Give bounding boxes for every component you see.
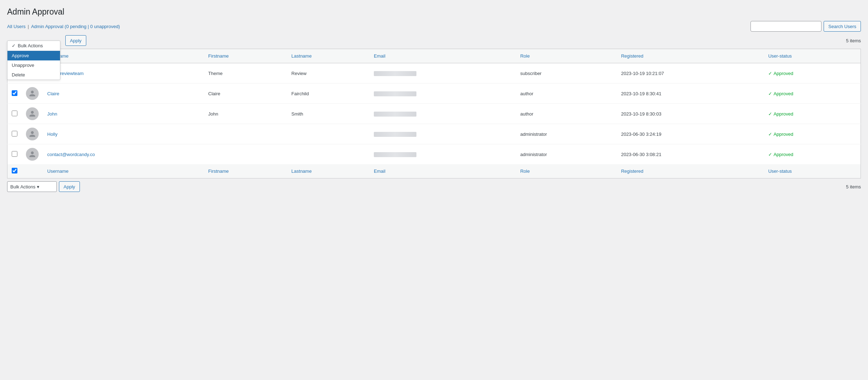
email-blurred: [374, 91, 416, 96]
footer-lastname[interactable]: Lastname: [287, 164, 370, 178]
bottom-apply-button[interactable]: Apply: [59, 181, 80, 192]
table-header-row: Username Firstname Lastname Email Role R…: [7, 49, 861, 63]
row-registered-cell: 2023-06-30 3:08:21: [617, 144, 764, 165]
dropdown-item-unapprove[interactable]: Unapprove: [7, 60, 60, 70]
row-role-cell: administrator: [516, 144, 617, 165]
row-avatar-cell: [22, 124, 43, 144]
row-firstname-cell: Claire: [204, 84, 287, 104]
row-firstname-cell: Theme: [204, 63, 287, 84]
bottom-dropdown-chevron-icon: ▾: [37, 184, 39, 189]
checkmark-icon: ✓: [12, 43, 16, 48]
row-username-cell: Claire: [43, 84, 204, 104]
row-email-cell: [370, 124, 516, 144]
header-email[interactable]: Email: [370, 49, 516, 63]
row-checkbox-cell: [7, 124, 22, 144]
avatar: [26, 128, 39, 140]
header-registered[interactable]: Registered: [617, 49, 764, 63]
row-lastname-cell: Review: [287, 63, 370, 84]
header-user-status[interactable]: User-status: [764, 49, 861, 63]
table-footer-row: Username Firstname Lastname Email Role R…: [7, 164, 861, 178]
status-check-icon: ✓: [768, 132, 772, 137]
header-firstname[interactable]: Firstname: [204, 49, 287, 63]
status-check-icon: ✓: [768, 152, 772, 157]
header-lastname[interactable]: Lastname: [287, 49, 370, 63]
row-email-cell: [370, 63, 516, 84]
search-users-button[interactable]: Search Users: [824, 21, 861, 32]
bottom-toolbar: Bulk Actions ▾ Apply 5 items: [7, 181, 861, 192]
row-status-cell: ✓ Approved: [764, 144, 861, 165]
username-link[interactable]: Holly: [47, 132, 58, 137]
footer-user-status[interactable]: User-status: [764, 164, 861, 178]
table-row: themereviewteamThemeReviewsubscriber2023…: [7, 63, 861, 84]
row-checkbox-2[interactable]: [12, 111, 17, 116]
row-checkbox-3[interactable]: [12, 131, 17, 137]
row-checkbox-4[interactable]: [12, 151, 17, 157]
row-username-cell: themereviewteam: [43, 63, 204, 84]
row-checkbox-cell: [7, 104, 22, 124]
row-status-cell: ✓ Approved: [764, 104, 861, 124]
row-firstname-cell: [204, 124, 287, 144]
footer-checkbox-col: [7, 164, 22, 178]
status-check-icon: ✓: [768, 71, 772, 76]
row-lastname-cell: [287, 124, 370, 144]
row-avatar-cell: [22, 84, 43, 104]
row-email-cell: [370, 144, 516, 165]
admin-approval-link[interactable]: Admin Approval (0 pending | 0 unapproved…: [31, 24, 120, 29]
table-row: JohnJohnSmithauthor2023-10-19 8:30:03✓ A…: [7, 104, 861, 124]
row-lastname-cell: Fairchild: [287, 84, 370, 104]
search-input[interactable]: [750, 21, 821, 32]
username-link[interactable]: contact@wordcandy.co: [47, 152, 95, 157]
avatar: [26, 148, 39, 161]
row-lastname-cell: [287, 144, 370, 165]
footer-role[interactable]: Role: [516, 164, 617, 178]
email-blurred: [374, 112, 416, 117]
status-badge: ✓ Approved: [768, 91, 856, 96]
status-badge: ✓ Approved: [768, 152, 856, 157]
table-row: contact@wordcandy.coadministrator2023-06…: [7, 144, 861, 165]
footer-email[interactable]: Email: [370, 164, 516, 178]
row-firstname-cell: John: [204, 104, 287, 124]
bulk-actions-dropdown-menu: ✓ Bulk Actions Approve Unapprove Delete: [7, 41, 60, 80]
top-nav-bar: All Users | Admin Approval (0 pending | …: [7, 21, 861, 32]
row-firstname-cell: [204, 144, 287, 165]
row-role-cell: author: [516, 104, 617, 124]
dropdown-item-delete[interactable]: Delete: [7, 70, 60, 80]
dropdown-header-label: Bulk Actions: [18, 43, 43, 48]
footer-avatar-col: [22, 164, 43, 178]
search-area: Search Users: [750, 21, 861, 32]
breadcrumb: All Users | Admin Approval (0 pending | …: [7, 24, 120, 29]
row-username-cell: contact@wordcandy.co: [43, 144, 204, 165]
footer-registered[interactable]: Registered: [617, 164, 764, 178]
avatar: [26, 87, 39, 100]
footer-firstname[interactable]: Firstname: [204, 164, 287, 178]
top-apply-button[interactable]: Apply: [65, 35, 86, 46]
row-role-cell: author: [516, 84, 617, 104]
row-registered-cell: 2023-06-30 3:24:19: [617, 124, 764, 144]
row-lastname-cell: Smith: [287, 104, 370, 124]
username-link[interactable]: John: [47, 111, 57, 117]
email-blurred: [374, 152, 416, 157]
bottom-bulk-actions-dropdown[interactable]: Bulk Actions ▾: [7, 181, 57, 192]
row-checkbox-1[interactable]: [12, 90, 17, 96]
top-toolbar: ✓ Bulk Actions Approve Unapprove Delete …: [7, 35, 861, 46]
status-badge: ✓ Approved: [768, 71, 856, 76]
bottom-items-count: 5 items: [846, 184, 861, 189]
header-username[interactable]: Username: [43, 49, 204, 63]
row-registered-cell: 2023-10-19 8:30:03: [617, 104, 764, 124]
row-username-cell: Holly: [43, 124, 204, 144]
bottom-toolbar-left: Bulk Actions ▾ Apply: [7, 181, 80, 192]
row-email-cell: [370, 104, 516, 124]
status-badge: ✓ Approved: [768, 132, 856, 137]
select-all-checkbox-bottom[interactable]: [12, 168, 17, 173]
all-users-link[interactable]: All Users: [7, 24, 26, 29]
row-status-cell: ✓ Approved: [764, 124, 861, 144]
users-table: Username Firstname Lastname Email Role R…: [7, 49, 861, 178]
dropdown-item-approve[interactable]: Approve: [7, 51, 60, 60]
status-check-icon: ✓: [768, 111, 772, 117]
footer-username[interactable]: Username: [43, 164, 204, 178]
username-link[interactable]: Claire: [47, 91, 59, 96]
header-role[interactable]: Role: [516, 49, 617, 63]
toolbar-left: ✓ Bulk Actions Approve Unapprove Delete …: [7, 35, 86, 46]
email-blurred: [374, 71, 416, 76]
table-row: ClaireClaireFairchildauthor2023-10-19 8:…: [7, 84, 861, 104]
